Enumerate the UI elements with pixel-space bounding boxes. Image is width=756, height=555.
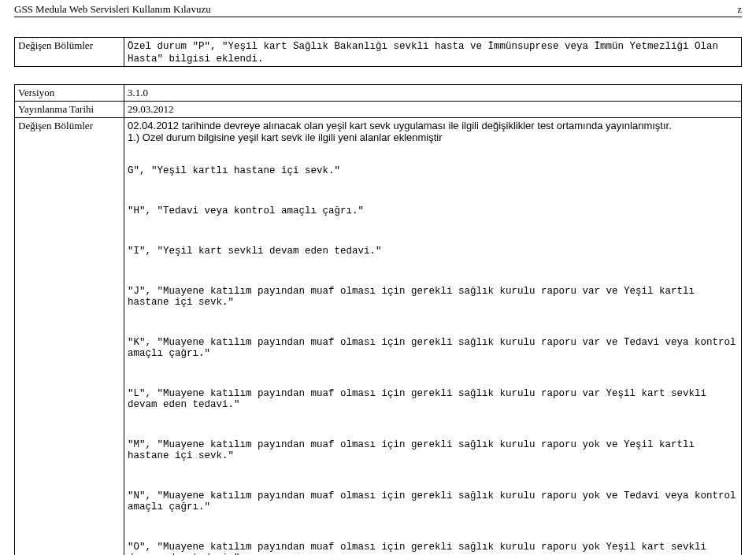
cell-value: 29.03.2012	[124, 102, 742, 118]
table-version-info: Versiyon 3.1.0 Yayınlanma Tarihi 29.03.2…	[14, 84, 742, 555]
table-row: Değişen Bölümler Özel durum "P", "Yeşil …	[15, 38, 742, 67]
table-changed-sections-1: Değişen Bölümler Özel durum "P", "Yeşil …	[14, 37, 742, 67]
cell-value: 3.1.0	[124, 85, 742, 102]
mono-line: "J", "Muayene katılım payından muaf olma…	[128, 286, 738, 308]
cell-label: Yayınlanma Tarihi	[15, 102, 124, 118]
mono-text: Özel durum "P", "Yeşil kart Sağlık Bakan…	[128, 41, 724, 65]
mono-line: "H", "Tedavi veya kontrol amaçlı çağrı."	[128, 205, 738, 216]
mono-line: "K", "Muayene katılım payından muaf olma…	[128, 337, 738, 359]
sans-line: 02.04.2012 tarihinde devreye alınacak ol…	[128, 120, 738, 131]
mono-line: "L", "Muayene katılım payından muaf olma…	[128, 388, 738, 410]
cell-label: Versiyon	[15, 85, 124, 102]
table-row: Versiyon 3.1.0	[15, 85, 742, 102]
cell-value: Özel durum "P", "Yeşil kart Sağlık Bakan…	[124, 38, 742, 67]
cell-label: Değişen Bölümler	[15, 118, 124, 556]
table-row: Değişen Bölümler 02.04.2012 tarihinde de…	[15, 118, 742, 556]
header-right: z	[737, 3, 742, 16]
sans-line: 1.) Ozel durum bilgisine yeşil kart sevk…	[128, 131, 738, 143]
mono-line: "O", "Muayene katılım payından muaf olma…	[128, 542, 738, 555]
mono-line: G", "Yeşil kartlı hastane içi sevk."	[128, 165, 738, 176]
mono-line: "N", "Muayene katılım payından muaf olma…	[128, 490, 738, 512]
cell-label: Değişen Bölümler	[15, 38, 124, 67]
cell-value: 02.04.2012 tarihinde devreye alınacak ol…	[124, 118, 742, 556]
mono-line: "M", "Muayene katılım payından muaf olma…	[128, 439, 738, 461]
page-header: GSS Medula Web Servisleri Kullanım Kılav…	[14, 3, 742, 17]
mono-block: G", "Yeşil kartlı hastane içi sevk." "H"…	[128, 143, 738, 555]
table-row: Yayınlanma Tarihi 29.03.2012	[15, 102, 742, 118]
header-title: GSS Medula Web Servisleri Kullanım Kılav…	[14, 3, 211, 16]
mono-line: "I", "Yeşil kart sevkli devam eden tedav…	[128, 246, 738, 257]
